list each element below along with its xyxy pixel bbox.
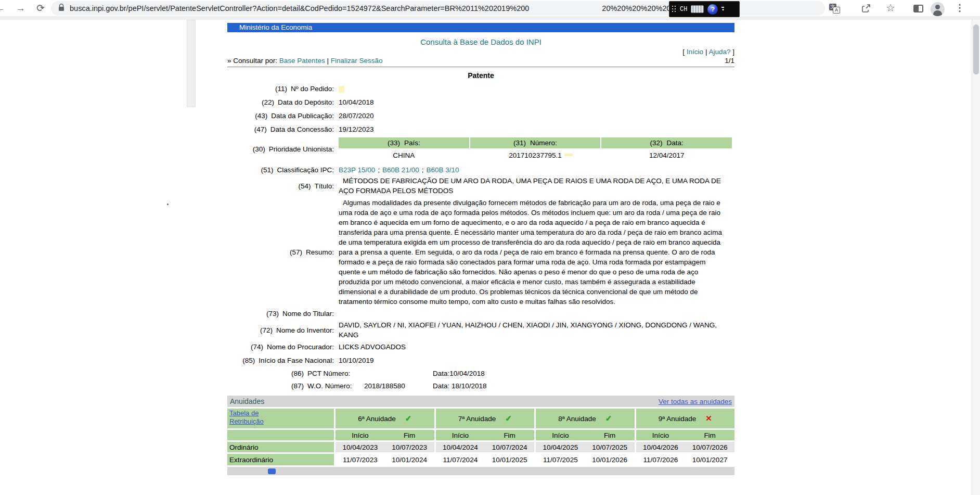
field-label: Data da Publicação:	[271, 112, 334, 120]
field-label: Resumo:	[306, 248, 334, 256]
empty-cell	[227, 430, 334, 440]
priority-date: 12/04/2017	[601, 149, 732, 161]
share-icon[interactable]	[861, 4, 871, 13]
clipped-button[interactable]	[268, 468, 276, 474]
field-row-ipc: (51) Classificação IPC: B23P 15/00;B60B …	[227, 166, 734, 174]
field-value-resumo: Algumas modalidades da presente divulgaç…	[337, 198, 725, 307]
subheader-cell: InícioFim	[436, 430, 535, 440]
field-code: (30)	[253, 145, 265, 153]
patent-page: Ministério da Economia Consulta à Base d…	[227, 23, 734, 475]
top-nav: [ Início | Ajuda? ]	[227, 48, 734, 56]
reload-icon[interactable]: ⟳	[36, 1, 45, 16]
dot-artifact	[167, 204, 169, 205]
field-code: (51)	[261, 166, 273, 174]
field-value-concessao: 19/12/2023	[337, 125, 734, 133]
browser-menu-icon[interactable]: ⋮	[955, 2, 964, 14]
ver-todas-anuidades-link[interactable]: Ver todas as anuidades	[659, 398, 732, 405]
translate-icon[interactable]: 文 A	[829, 4, 841, 14]
anuidades-title: Anuidades	[230, 397, 264, 405]
ipc-link[interactable]: B23P 15/00	[339, 166, 375, 174]
language-code-label[interactable]: CH	[680, 6, 687, 13]
wo-number: 2018/188580	[364, 382, 405, 390]
field-label: Início da Fase Nacional:	[259, 357, 334, 364]
anuidade-col-8: 8ª Anuidade ✓	[536, 409, 635, 428]
ministry-banner: Ministério da Economia	[227, 23, 734, 32]
finalizar-sessao-link[interactable]: Finalizar Sessão	[331, 57, 383, 65]
nav-separator: |	[705, 48, 707, 56]
keyboard-icon[interactable]	[691, 5, 704, 13]
url-text: busca.inpi.gov.br/pePI/servlet/PatenteSe…	[70, 4, 529, 12]
scrollbar-thumb[interactable]	[973, 24, 979, 74]
field-label: Classificação IPC:	[277, 166, 334, 174]
field-code: (43)	[255, 112, 267, 120]
help-icon[interactable]: ?	[707, 4, 718, 15]
field-value-publicacao: 28/07/2020	[337, 112, 734, 120]
field-label: Data da Concessão:	[270, 125, 334, 133]
table-row: 10/04/202410/07/2024	[436, 442, 535, 452]
field-value-titular	[337, 310, 734, 318]
ipc-links: B23P 15/00;B60B 21/00;B60B 3/10	[337, 166, 734, 174]
priority-col-header: (32) Data:	[601, 137, 732, 148]
tabela-retribuicao-link[interactable]: Tabela de Retribuição	[229, 409, 273, 426]
wo-date: Data: 18/10/2018	[433, 382, 487, 390]
field-value-titulo: MÉTODOS DE FABRICAÇÃO DE UM ARO DA RODA,…	[337, 176, 734, 196]
field-code: (74)	[251, 343, 263, 351]
forward-icon[interactable]: →	[16, 1, 25, 16]
field-row-inventor: (72) Nome do Inventor: DAVID, SAYLOR / N…	[227, 320, 734, 340]
highlight-artifact	[339, 86, 344, 93]
table-row: 11/07/202510/01/2026	[536, 454, 635, 465]
browser-toolbar: ← → ⟳ busca.inpi.gov.br/pePI/servlet/Pat…	[0, 0, 980, 20]
status-check-icon: ✓	[405, 414, 412, 423]
bookmark-star-icon[interactable]: ☆	[886, 2, 895, 14]
language-bar-options-icon[interactable]: ▾	[721, 7, 724, 11]
anuidade-col-9: 9ª Anuidade ✕	[636, 409, 735, 428]
base-patentes-link[interactable]: Base Patentes	[279, 57, 325, 65]
field-code: (11)	[275, 85, 287, 93]
ajuda-link[interactable]: Ajuda?	[708, 48, 730, 56]
subheader-cell: InícioFim	[536, 430, 635, 440]
anuidade-col-6: 6ª Anuidade ✓	[336, 409, 434, 428]
field-value-fase: 10/10/2019	[337, 357, 734, 364]
bracket: [	[682, 48, 685, 56]
status-cross-icon: ✕	[705, 414, 712, 423]
priority-col-header: (31) Número:	[470, 137, 601, 148]
table-row: 10/04/202610/07/2026	[636, 442, 735, 452]
field-label: Nº do Pedido:	[291, 85, 334, 93]
profile-avatar[interactable]	[931, 2, 945, 16]
field-value-deposito: 10/04/2018	[337, 98, 734, 106]
vertical-scrollbar[interactable]	[972, 20, 980, 495]
patent-fields: (11) Nº do Pedido: (22) Data do Depósito…	[227, 85, 734, 391]
ipc-link[interactable]: B60B 21/00	[382, 166, 419, 174]
field-code: (72)	[260, 326, 273, 334]
back-icon[interactable]: ←	[0, 1, 5, 16]
priority-country: CHINA	[339, 149, 469, 161]
field-code: (54)	[298, 182, 311, 190]
field-row-titulo: (54) Título: MÉTODOS DE FABRICAÇÃO DE UM…	[227, 176, 734, 196]
field-value-inventor: DAVID, SAYLOR / NI, XIAOFEI / YUAN, HAIZ…	[337, 320, 732, 340]
consult-prefix: » Consultar por:	[227, 57, 277, 65]
field-code: (22)	[262, 98, 274, 106]
field-label: Nome do Procurador:	[267, 343, 334, 351]
field-row-prioridade: (30) Prioridade Unionista: (33) País: (3…	[227, 137, 734, 161]
row-label-ordinario: Ordinário	[227, 442, 334, 452]
inicio-link[interactable]: Início	[687, 48, 703, 56]
page-indicator: 1/1	[725, 57, 734, 65]
table-row: 11/07/202310/01/2024	[336, 454, 434, 465]
field-code: (85)	[242, 357, 255, 364]
table-row: 10/04/202310/07/2023	[336, 442, 434, 452]
anuidades-section: Anuidades Ver todas as anuidades Tabela …	[227, 396, 734, 475]
field-row-procurador: (74) Nome do Procurador: LICKS ADVOGADOS	[227, 343, 734, 351]
side-panel-icon[interactable]	[913, 5, 923, 12]
page-title: Consulta à Base de Dados do INPI	[227, 37, 734, 46]
lock-icon[interactable]	[58, 4, 65, 14]
windows-language-bar[interactable]: CH ? ▾	[669, 1, 740, 17]
field-row-concessao: (47) Data da Concessão: 19/12/2023	[227, 125, 734, 133]
ipc-link[interactable]: B60B 3/10	[426, 166, 459, 174]
drag-handle-icon[interactable]	[672, 6, 676, 12]
consult-separator: |	[327, 57, 329, 65]
tabela-retribuicao-cell: Tabela de Retribuição	[227, 409, 334, 428]
anuidades-table: Tabela de Retribuição 6ª Anuidade ✓ 7ª A…	[227, 409, 734, 465]
frame-scrollbar[interactable]	[187, 20, 196, 107]
field-code: (57)	[290, 248, 302, 256]
bracket: ]	[732, 48, 734, 56]
